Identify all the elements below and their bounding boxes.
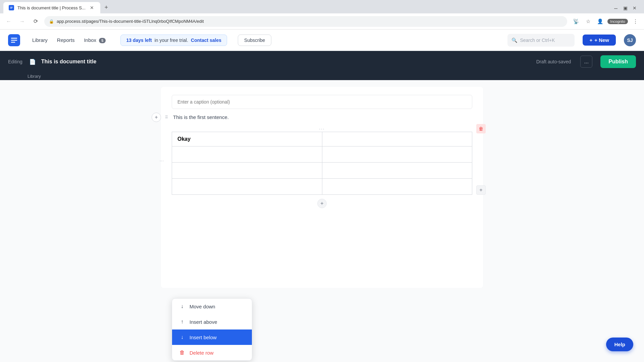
table-cell[interactable] bbox=[322, 146, 472, 163]
tab-title: This is document title | Process S... bbox=[17, 5, 86, 10]
table-cell[interactable] bbox=[322, 132, 472, 146]
reload-button[interactable]: ⟳ bbox=[31, 17, 40, 26]
breadcrumb: Library bbox=[0, 72, 644, 80]
table-row bbox=[172, 163, 472, 179]
back-button[interactable]: ← bbox=[4, 17, 13, 26]
contact-sales-link[interactable]: Contact sales bbox=[191, 38, 221, 43]
inbox-badge: 5 bbox=[99, 38, 106, 43]
nav-library[interactable]: Library bbox=[28, 35, 52, 46]
first-sentence-text: This is the first sentence. bbox=[172, 114, 472, 120]
drag-handle[interactable]: ⠿ bbox=[162, 113, 170, 121]
block-controls: + ⠿ bbox=[152, 113, 170, 122]
address-bar: ← → ⟳ 🔒 app.process.st/pages/This-is-doc… bbox=[0, 13, 644, 29]
subscribe-button[interactable]: Subscribe bbox=[238, 35, 271, 46]
user-avatar[interactable]: SJ bbox=[624, 34, 636, 46]
extensions-icon[interactable]: ⋮ bbox=[631, 17, 640, 26]
forward-button[interactable]: → bbox=[17, 17, 27, 26]
active-tab: This is document title | Process S... ✕ bbox=[3, 2, 100, 13]
bookmark-icon[interactable]: ☆ bbox=[583, 17, 593, 26]
trial-days: 13 days left bbox=[126, 38, 152, 43]
menu-insert-below-label: Insert below bbox=[190, 335, 217, 340]
close-window[interactable]: ✕ bbox=[631, 4, 639, 12]
new-button[interactable]: + + New bbox=[583, 35, 616, 46]
nav-links: Library Reports Inbox 5 bbox=[28, 35, 110, 46]
help-button[interactable]: Help bbox=[606, 338, 633, 351]
nav-inbox[interactable]: Inbox 5 bbox=[80, 35, 110, 46]
more-options-button[interactable]: ... bbox=[580, 56, 592, 68]
editor-content: + ⠿ This is the first sentence. ... 🗑 bbox=[161, 87, 483, 288]
tab-close-button[interactable]: ✕ bbox=[89, 5, 95, 11]
delete-table-button[interactable]: 🗑 bbox=[476, 124, 486, 133]
add-row-icon: + bbox=[479, 187, 482, 193]
minimize-window[interactable]: – bbox=[612, 4, 620, 12]
table-cell[interactable] bbox=[322, 163, 472, 179]
tab-favicon bbox=[9, 5, 14, 10]
table-row: Okay bbox=[172, 132, 472, 146]
search-bar[interactable]: 🔍 Search or Ctrl+K bbox=[507, 34, 575, 47]
table-options-button[interactable]: ... bbox=[319, 125, 325, 130]
first-sentence-block: + ⠿ This is the first sentence. bbox=[172, 114, 472, 120]
maximize-window[interactable]: ▣ bbox=[621, 4, 629, 12]
insert-below-icon: ↓ bbox=[179, 334, 185, 340]
editing-label: Editing bbox=[8, 59, 22, 64]
new-tab-button[interactable]: + bbox=[102, 3, 111, 12]
doc-icon: 📄 bbox=[29, 59, 36, 65]
add-column-button[interactable]: + bbox=[317, 199, 327, 208]
profile-icon[interactable]: 👤 bbox=[595, 17, 605, 26]
menu-move-down[interactable]: ↓ Move down bbox=[172, 299, 252, 314]
caption-row bbox=[172, 95, 472, 109]
draft-saved-status: Draft auto-saved bbox=[536, 59, 571, 64]
trial-banner: 13 days left in your free trial. Contact… bbox=[120, 35, 227, 46]
table-cell[interactable] bbox=[172, 179, 322, 195]
url-bar[interactable]: 🔒 app.process.st/pages/This-is-document-… bbox=[44, 16, 567, 27]
menu-insert-above-label: Insert above bbox=[190, 319, 217, 325]
new-plus-icon: + bbox=[589, 37, 592, 43]
table-toolbar: ... bbox=[172, 124, 472, 132]
table-block: ... 🗑 + ... Okay bbox=[172, 124, 472, 195]
insert-above-icon: ↑ bbox=[179, 319, 185, 325]
menu-delete-row-label: Delete row bbox=[190, 350, 214, 356]
browser-actions: 📡 ☆ 👤 Incognito ⋮ bbox=[571, 17, 640, 26]
table-cell[interactable] bbox=[322, 179, 472, 195]
add-block-button[interactable]: + bbox=[152, 113, 161, 122]
search-icon: 🔍 bbox=[512, 38, 517, 43]
nav-reports[interactable]: Reports bbox=[53, 35, 79, 46]
context-menu: ↓ Move down ↑ Insert above ↓ Insert belo… bbox=[172, 298, 252, 361]
menu-delete-row[interactable]: 🗑 Delete row bbox=[172, 345, 252, 360]
table-cell[interactable]: Okay bbox=[172, 132, 322, 146]
cast-icon[interactable]: 📡 bbox=[571, 17, 581, 26]
app-logo[interactable] bbox=[8, 34, 20, 46]
table-row bbox=[172, 146, 472, 163]
table-cell[interactable] bbox=[172, 146, 322, 163]
editor-area: + ⠿ This is the first sentence. ... 🗑 bbox=[0, 80, 644, 362]
url-text: app.process.st/pages/This-is-document-ti… bbox=[57, 19, 204, 24]
app: Library Reports Inbox 5 13 days left in … bbox=[0, 29, 644, 362]
row-dots-handle[interactable]: ... bbox=[160, 158, 164, 162]
lock-icon: 🔒 bbox=[49, 19, 54, 24]
trash-icon: 🗑 bbox=[479, 126, 483, 131]
menu-insert-above[interactable]: ↑ Insert above bbox=[172, 314, 252, 329]
delete-row-icon: 🗑 bbox=[179, 350, 185, 356]
incognito-badge: Incognito bbox=[607, 19, 628, 24]
publish-button[interactable]: Publish bbox=[600, 55, 636, 68]
doc-title: This is document title bbox=[41, 59, 96, 65]
menu-insert-below[interactable]: ↓ Insert below bbox=[172, 329, 252, 345]
editor-header: Editing 📄 This is document title Draft a… bbox=[0, 51, 644, 72]
content-table: Okay bbox=[172, 132, 472, 195]
menu-move-down-label: Move down bbox=[190, 304, 215, 309]
tab-bar: This is document title | Process S... ✕ … bbox=[0, 0, 644, 13]
add-row-right-button[interactable]: + bbox=[476, 185, 486, 195]
table-cell[interactable] bbox=[172, 163, 322, 179]
top-nav: Library Reports Inbox 5 13 days left in … bbox=[0, 29, 644, 51]
table-row bbox=[172, 179, 472, 195]
caption-input[interactable] bbox=[172, 95, 472, 109]
move-down-icon: ↓ bbox=[179, 303, 185, 309]
